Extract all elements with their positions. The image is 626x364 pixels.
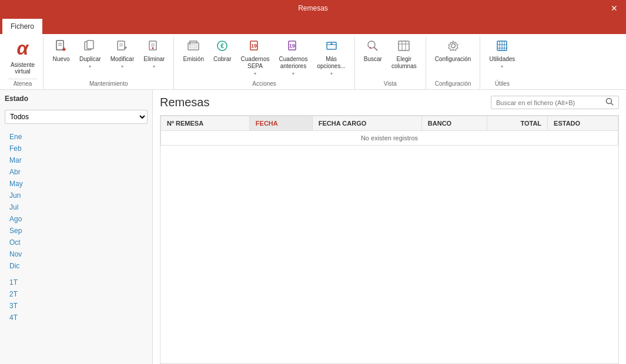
data-table-container: Nº REMESA FECHA FECHA CARGO BANCO TOTAL …	[160, 115, 619, 364]
cuadernos-sepa-icon: 19	[249, 39, 262, 55]
quarter-3t[interactable]: 3T	[5, 300, 148, 312]
emision-button[interactable]: Emisión	[179, 36, 208, 66]
group-utiles: Utilidades ▾ Útiles	[480, 36, 524, 89]
group-vista: Buscar Elegircolumnas Vista	[355, 36, 426, 89]
month-may[interactable]: May	[5, 178, 148, 190]
virtual-label: virtual	[11, 68, 35, 75]
left-panel: Estado Todos Pendiente Cobrado Anulado E…	[0, 90, 153, 364]
buscar-button[interactable]: Buscar	[360, 36, 386, 66]
main-layout: Estado Todos Pendiente Cobrado Anulado E…	[0, 90, 626, 364]
month-mar[interactable]: Mar	[5, 154, 148, 166]
svg-text:19: 19	[289, 43, 295, 49]
duplicar-label: Duplicar	[79, 56, 101, 63]
svg-rect-6	[87, 41, 93, 49]
modificar-button[interactable]: Modificar ▾	[106, 36, 139, 72]
nuevo-label: Nuevo	[53, 56, 70, 63]
ribbon: Fichero α Asistente virtual Atenea Nuevo	[0, 16, 626, 90]
elegir-cols-icon	[397, 39, 410, 55]
duplicar-arrow: ▾	[89, 64, 91, 69]
duplicar-button[interactable]: Duplicar ▾	[75, 36, 105, 72]
asistente-label: Asistente	[11, 62, 35, 68]
cuadernos-ant-icon: 19	[287, 39, 300, 55]
svg-text:19: 19	[251, 43, 257, 49]
quarter-2t[interactable]: 2T	[5, 288, 148, 300]
elegir-cols-button[interactable]: Elegircolumnas	[387, 36, 421, 73]
atenea-icon: α	[17, 39, 29, 58]
table-header-row: Nº REMESA FECHA FECHA CARGO BANCO TOTAL …	[161, 116, 618, 131]
data-table: Nº REMESA FECHA FECHA CARGO BANCO TOTAL …	[160, 116, 618, 146]
estado-label: Estado	[5, 95, 148, 103]
svg-point-27	[368, 41, 375, 48]
cuadernos-ant-label: Cuadernosanteriores	[279, 56, 307, 70]
mas-opciones-icon	[325, 39, 338, 55]
svg-text:€: €	[220, 43, 224, 49]
col-total: TOTAL	[487, 116, 548, 131]
col-banco: BANCO	[421, 116, 487, 131]
month-dic[interactable]: Dic	[5, 260, 148, 272]
close-button[interactable]: ✕	[607, 2, 621, 14]
no-records-message: No existen registros	[161, 131, 618, 146]
elegir-cols-label: Elegircolumnas	[391, 56, 417, 70]
emision-icon	[187, 39, 200, 55]
configuracion-button[interactable]: Configuración	[431, 36, 476, 66]
modificar-label: Modificar	[111, 56, 135, 63]
svg-line-42	[611, 103, 614, 106]
eliminar-arrow: ▾	[153, 64, 155, 69]
atenea-label: Atenea	[8, 79, 37, 87]
ribbon-content: α Asistente virtual Atenea Nuevo	[0, 34, 626, 89]
configuracion-group-label: Configuración	[431, 79, 476, 89]
month-ene[interactable]: Ene	[5, 131, 148, 143]
estado-select[interactable]: Todos Pendiente Cobrado Anulado	[5, 110, 148, 124]
right-content: Remesas Nº REMESA FECHA FECHA CARGO BANC…	[153, 90, 626, 364]
page-title: Remesas	[160, 96, 209, 109]
month-sep[interactable]: Sep	[5, 225, 148, 237]
cuadernos-ant-arrow: ▾	[292, 71, 294, 76]
cobrar-button[interactable]: € Cobrar	[209, 36, 236, 66]
cuadernos-sepa-arrow: ▾	[254, 71, 256, 76]
nuevo-button[interactable]: Nuevo	[48, 36, 74, 66]
mas-opciones-arrow: ▾	[330, 71, 333, 76]
eliminar-button[interactable]: Eliminar ▾	[139, 36, 169, 72]
eliminar-icon	[148, 39, 160, 55]
col-estado: ESTADO	[548, 116, 618, 131]
utilidades-button[interactable]: Utilidades ▾	[485, 36, 519, 72]
mas-opciones-button[interactable]: Másopciones... ▾	[313, 36, 349, 79]
month-feb[interactable]: Feb	[5, 143, 148, 154]
atenea-group[interactable]: α Asistente virtual Atenea	[2, 36, 43, 89]
mantenimiento-label: Mantenimiento	[48, 79, 169, 89]
mas-opciones-label: Másopciones...	[317, 56, 345, 70]
emision-label: Emisión	[183, 56, 204, 63]
group-configuracion: Configuración Configuración	[426, 36, 481, 89]
content-header: Remesas	[160, 96, 619, 109]
svg-rect-16	[190, 45, 197, 48]
utilidades-icon	[496, 39, 508, 55]
svg-point-34	[451, 44, 455, 48]
eliminar-label: Eliminar	[143, 56, 165, 63]
utiles-label: Útiles	[485, 79, 519, 89]
month-oct[interactable]: Oct	[5, 237, 148, 248]
quarter-4t[interactable]: 4T	[5, 312, 148, 323]
month-nov[interactable]: Nov	[5, 248, 148, 260]
tab-fichero[interactable]: Fichero	[2, 19, 42, 34]
app-title: Remesas	[298, 4, 328, 12]
title-bar: Remesas ✕	[0, 0, 626, 16]
month-ago[interactable]: Ago	[5, 213, 148, 225]
month-abr[interactable]: Abr	[5, 166, 148, 178]
svg-rect-30	[399, 41, 409, 50]
search-input[interactable]	[496, 99, 602, 106]
col-num-remesa: Nº REMESA	[161, 116, 250, 131]
no-records-row: No existen registros	[161, 131, 618, 146]
quarter-1t[interactable]: 1T	[5, 277, 148, 288]
modificar-icon	[116, 39, 129, 55]
utilidades-arrow: ▾	[501, 64, 503, 69]
buscar-icon	[366, 39, 379, 55]
col-fecha-cargo: FECHA CARGO	[312, 116, 421, 131]
month-jun[interactable]: Jun	[5, 190, 148, 201]
search-button[interactable]	[605, 97, 614, 107]
utilidades-label: Utilidades	[489, 56, 515, 63]
nuevo-icon	[55, 39, 68, 55]
group-acciones: Emisión € Cobrar 19 CuadernosSEPA ▾	[174, 36, 354, 89]
cuadernos-sepa-button[interactable]: 19 CuadernosSEPA ▾	[237, 36, 274, 79]
cuadernos-ant-button[interactable]: 19 Cuadernosanteriores ▾	[274, 36, 312, 79]
month-jul[interactable]: Jul	[5, 201, 148, 213]
